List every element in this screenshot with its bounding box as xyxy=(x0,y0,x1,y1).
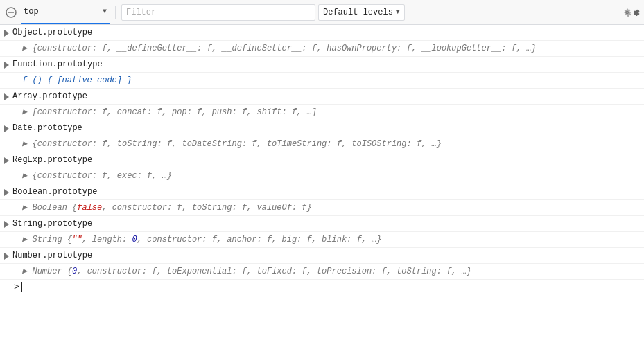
expand-icon[interactable] xyxy=(0,89,12,100)
row-content: Function.prototype xyxy=(12,57,644,71)
settings-button[interactable] xyxy=(623,4,640,21)
log-levels-dropdown[interactable]: Default levels ▼ xyxy=(318,4,405,21)
table-row[interactable]: Object.prototype xyxy=(0,25,644,41)
table-row[interactable]: String.prototype xyxy=(0,216,644,232)
log-levels-label: Default levels xyxy=(323,8,393,17)
filter-input[interactable] xyxy=(126,8,311,17)
row-content: String.prototype xyxy=(12,217,644,231)
proto-label: Date.prototype xyxy=(12,123,82,133)
expand-icon xyxy=(0,73,12,82)
row-content: ▶ Number {0, constructor: f, toExponenti… xyxy=(22,265,644,278)
expand-icon[interactable] xyxy=(0,153,12,164)
cursor-blink xyxy=(21,282,22,292)
row-content: ▶ Boolean {false, constructor: f, toStri… xyxy=(22,201,644,215)
table-row[interactable]: ▶ {constructor: f, exec: f, …} xyxy=(0,168,644,184)
scope-dropdown-arrow[interactable]: ▼ xyxy=(103,8,107,15)
table-row[interactable]: Date.prototype xyxy=(0,120,644,136)
row-content: Number.prototype xyxy=(12,249,644,262)
row-content: Object.prototype xyxy=(12,26,644,39)
input-caret: > xyxy=(14,282,19,292)
expand-icon xyxy=(0,169,12,178)
proto-label: Function.prototype xyxy=(12,60,103,69)
console-output[interactable]: Object.prototype ▶ {constructor: f, __de… xyxy=(0,25,644,349)
expand-icon xyxy=(0,105,12,114)
table-row[interactable]: ▶ {constructor: f, toString: f, toDateSt… xyxy=(0,136,644,152)
row-content: ▶ [constructor: f, concat: f, pop: f, pu… xyxy=(22,105,644,119)
proto-label: String.prototype xyxy=(12,219,92,229)
proto-value: ▶ [constructor: f, concat: f, pop: f, pu… xyxy=(22,107,317,117)
expand-icon xyxy=(0,233,12,242)
row-content: ▶ {constructor: f, exec: f, …} xyxy=(22,169,644,183)
table-row[interactable]: RegExp.prototype xyxy=(0,152,644,168)
proto-label: Number.prototype xyxy=(12,251,92,260)
expand-icon[interactable] xyxy=(0,57,12,69)
native-code-value: f () { [native code] } xyxy=(22,75,132,85)
proto-value: ▶ Number {0, constructor: f, toExponenti… xyxy=(22,267,471,276)
console-input-row[interactable]: > xyxy=(0,280,644,294)
row-content: ▶ {constructor: f, toString: f, toDateSt… xyxy=(22,137,644,151)
table-row[interactable]: Boolean.prototype xyxy=(0,184,644,200)
table-row[interactable]: f () { [native code] } xyxy=(0,73,644,89)
proto-value: ▶ Boolean {false, constructor: f, toStri… xyxy=(22,203,312,213)
scope-input[interactable] xyxy=(24,7,100,17)
expand-icon[interactable] xyxy=(0,121,12,132)
proto-value: ▶ {constructor: f, exec: f, …} xyxy=(22,171,172,181)
table-row[interactable]: Function.prototype xyxy=(0,57,644,73)
row-content: Boolean.prototype xyxy=(12,185,644,199)
proto-label: Array.prototype xyxy=(12,91,87,101)
gear-icon xyxy=(623,7,631,18)
proto-value: ▶ {constructor: f, __defineGetter__: f, … xyxy=(22,44,537,53)
expand-icon xyxy=(0,42,12,51)
table-row[interactable]: ▶ {constructor: f, __defineGetter__: f, … xyxy=(0,41,644,57)
proto-value: ▶ {constructor: f, toString: f, toDateSt… xyxy=(22,139,442,149)
scope-selector[interactable]: ▼ xyxy=(21,0,110,24)
proto-label: RegExp.prototype xyxy=(12,155,92,165)
expand-icon[interactable] xyxy=(0,185,12,196)
expand-icon xyxy=(0,201,12,210)
table-row[interactable]: ▶ String {"", length: 0, constructor: f,… xyxy=(0,232,644,248)
expand-icon xyxy=(0,265,12,274)
table-row[interactable]: Array.prototype xyxy=(0,89,644,105)
clear-icon xyxy=(6,7,17,18)
expand-icon[interactable] xyxy=(0,26,12,37)
expand-icon[interactable] xyxy=(0,217,12,228)
proto-value: ▶ String {"", length: 0, constructor: f,… xyxy=(22,235,382,244)
row-content: f () { [native code] } xyxy=(22,73,644,87)
table-row[interactable]: ▶ Number {0, constructor: f, toExponenti… xyxy=(0,264,644,280)
log-levels-arrow: ▼ xyxy=(396,8,400,16)
devtools-console: ▼ Default levels ▼ xyxy=(0,0,644,349)
row-content: ▶ String {"", length: 0, constructor: f,… xyxy=(22,233,644,247)
row-content: RegExp.prototype xyxy=(12,153,644,167)
table-row[interactable]: ▶ Boolean {false, constructor: f, toStri… xyxy=(0,200,644,216)
row-content: Date.prototype xyxy=(12,121,644,135)
expand-icon[interactable] xyxy=(0,249,12,260)
console-toolbar: ▼ Default levels ▼ xyxy=(0,0,644,25)
row-content: Array.prototype xyxy=(12,89,644,103)
row-content: ▶ {constructor: f, __defineGetter__: f, … xyxy=(22,42,644,55)
table-row[interactable]: Number.prototype xyxy=(0,248,644,264)
gear-icon-2 xyxy=(631,6,640,19)
table-row[interactable]: ▶ [constructor: f, concat: f, pop: f, pu… xyxy=(0,105,644,120)
filter-input-wrapper[interactable] xyxy=(121,4,315,21)
proto-label: Boolean.prototype xyxy=(12,187,97,197)
toolbar-divider-1 xyxy=(115,6,116,19)
clear-console-button[interactable] xyxy=(4,6,18,19)
expand-icon xyxy=(0,137,12,146)
proto-label: Object.prototype xyxy=(12,28,92,37)
